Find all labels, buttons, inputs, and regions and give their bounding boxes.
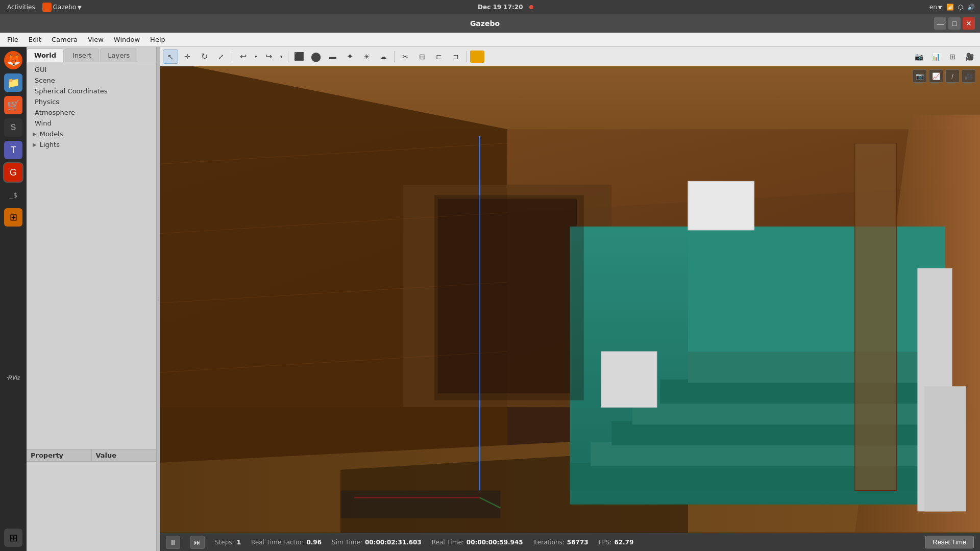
menu-camera[interactable]: Camera (47, 34, 82, 45)
dock-layers[interactable]: ⊞ (3, 207, 23, 228)
dock-files[interactable]: 📁 (3, 72, 23, 93)
tool-light-directional[interactable]: ☀ (359, 49, 374, 64)
fps-value: 62.79 (614, 539, 633, 546)
lang-selector[interactable]: en ▼ (929, 4, 942, 11)
tool-light-point[interactable]: ✦ (342, 49, 357, 64)
vp-screenshot[interactable]: 📷 (911, 49, 926, 64)
tree-item-gui[interactable]: GUI (27, 64, 156, 75)
dock-firefox[interactable]: 🦊 (3, 50, 23, 70)
menu-help[interactable]: Help (146, 34, 169, 45)
vp-diagnostics-btn[interactable]: / (945, 69, 960, 83)
svg-marker-16 (688, 227, 945, 352)
toolbar-sep-3 (394, 51, 395, 62)
tool-move[interactable]: ✛ (180, 49, 195, 64)
maximize-button[interactable]: □ (948, 17, 961, 30)
system-bar-left: Activities Gazebo ▼ (5, 3, 82, 12)
dock-sublime[interactable]: S (3, 117, 23, 138)
steps-display: Steps: 1 (215, 539, 241, 546)
property-col-header: Property (27, 449, 92, 461)
wifi-icon[interactable]: 📶 (946, 4, 954, 11)
tool-snap[interactable]: ⊏ (431, 49, 447, 64)
menu-edit[interactable]: Edit (24, 34, 45, 45)
tool-light-spot[interactable]: ☁ (376, 49, 391, 64)
toolbar: ↖ ✛ ↻ ⤢ ↩ ▾ ↪ ▾ ⬛ ⬤ ▬ ✦ ☀ ☁ ✂ ⊟ ⊏ ⊐ (160, 47, 980, 66)
tree-item-spherical-coords[interactable]: Spherical Coordinates (27, 86, 156, 96)
fps-display: FPS: 62.79 (599, 539, 634, 546)
titlebar-controls: — □ ✕ (934, 17, 975, 30)
system-bar-center: Dec 19 17:20 (478, 4, 533, 11)
value-col-header: Value (92, 449, 157, 461)
step-button[interactable]: ⏭ (190, 536, 205, 549)
tab-world[interactable]: World (27, 48, 64, 62)
tool-redo[interactable]: ↪ (261, 49, 276, 64)
tool-mirror[interactable]: ⊐ (448, 49, 463, 64)
fps-label: FPS: (599, 539, 612, 546)
tool-box[interactable]: ⬛ (291, 49, 307, 64)
svg-rect-13 (632, 400, 945, 424)
tree-item-models[interactable]: ▶ Models (27, 129, 156, 139)
system-bar: Activities Gazebo ▼ Dec 19 17:20 en ▼ 📶 … (0, 0, 980, 14)
tree-item-atmosphere[interactable]: Atmosphere (27, 107, 156, 118)
tool-redo-dropdown[interactable]: ▾ (278, 49, 285, 64)
tree-item-lights[interactable]: ▶ Lights (27, 139, 156, 150)
tool-sphere[interactable]: ⬤ (308, 49, 324, 64)
app-title: Gazebo (470, 19, 500, 28)
pause-button[interactable]: ⏸ (166, 536, 180, 549)
vp-screenshot-btn[interactable]: 📷 (913, 69, 927, 83)
tool-undo-dropdown[interactable]: ▾ (252, 49, 259, 64)
rtf-label: Real Time Factor: (251, 539, 304, 546)
property-panel: Property Value (27, 449, 156, 551)
svg-rect-31 (434, 195, 584, 400)
tree-item-physics[interactable]: Physics (27, 96, 156, 107)
tool-undo[interactable]: ↩ (235, 49, 251, 64)
app-indicator[interactable]: Gazebo ▼ (42, 3, 82, 12)
tool-cut[interactable]: ✂ (398, 49, 413, 64)
menu-file[interactable]: File (3, 34, 22, 45)
viewport-3d[interactable]: 📷 📈 / 🎥 (160, 66, 980, 533)
vp-video-btn[interactable]: 🎥 (962, 69, 976, 83)
tool-scale[interactable]: ⤢ (213, 49, 229, 64)
tab-layers[interactable]: Layers (100, 48, 137, 62)
bluetooth-icon[interactable]: ⬡ (958, 4, 963, 11)
property-body (27, 462, 156, 551)
menu-window[interactable]: Window (110, 34, 144, 45)
steps-value: 1 (237, 539, 241, 546)
vp-graph-btn[interactable]: 📈 (929, 69, 943, 83)
world-tree: GUI Scene Spherical Coordinates Physics … (27, 62, 156, 449)
activities-label[interactable]: Activities (5, 4, 37, 11)
reset-time-button[interactable]: Reset Time (925, 536, 974, 548)
toolbar-sep-1 (232, 51, 232, 62)
dock-terminal[interactable]: _$ (3, 185, 23, 205)
viewport-toolbar-overlay: 📷 📈 / 🎥 (913, 69, 976, 83)
minimize-button[interactable]: — (934, 17, 946, 30)
sim-time-value: 00:00:02:31.603 (365, 539, 422, 546)
dock-gazebo[interactable]: G (3, 162, 23, 183)
svg-rect-15 (688, 352, 945, 383)
vp-record[interactable]: 🎥 (962, 49, 977, 64)
tool-select[interactable]: ↖ (163, 49, 178, 64)
tool-rotate[interactable]: ↻ (197, 49, 212, 64)
dock-teams[interactable]: T (3, 140, 23, 160)
tree-item-scene[interactable]: Scene (27, 75, 156, 86)
svg-rect-32 (855, 143, 897, 491)
property-header: Property Value (27, 449, 156, 462)
tabs-bar: World Insert Layers (27, 47, 156, 62)
volume-icon[interactable]: 🔊 (967, 4, 975, 11)
tool-align[interactable]: ⊟ (414, 49, 430, 64)
tab-insert[interactable]: Insert (65, 48, 99, 62)
iterations-label: Iterations: (533, 539, 565, 546)
sim-time-label: Sim Time: (332, 539, 362, 546)
tree-item-wind[interactable]: Wind (27, 118, 156, 129)
dock-rviz[interactable]: ·RViz (3, 367, 23, 388)
close-button[interactable]: ✕ (963, 17, 975, 30)
tool-cylinder[interactable]: ▬ (325, 49, 340, 64)
vp-stats[interactable]: 📊 (928, 49, 943, 64)
dock-grid[interactable]: ⊞ (3, 528, 23, 548)
tool-orange[interactable] (470, 51, 484, 63)
vp-grid[interactable]: ⊞ (945, 49, 960, 64)
menu-view[interactable]: View (84, 34, 108, 45)
dock-ubuntu-store[interactable]: 🛒 (3, 95, 23, 115)
datetime-display: Dec 19 17:20 (478, 4, 523, 11)
system-bar-right: en ▼ 📶 ⬡ 🔊 (929, 4, 975, 11)
steps-label: Steps: (215, 539, 234, 546)
